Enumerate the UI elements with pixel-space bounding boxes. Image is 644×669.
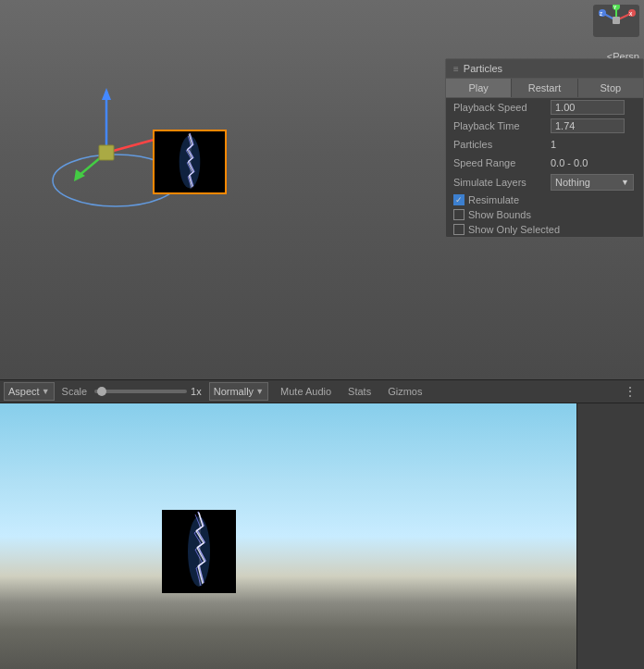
particles-panel-header: ≡ Particles [446,59,643,79]
aspect-dropdown-arrow-icon: ▼ [42,387,50,396]
scene-view: X Y Z <Persp [0,0,644,379]
particles-count-row: Particles 1 [446,135,643,154]
playback-speed-input[interactable] [551,100,625,115]
show-only-selected-checkbox-item[interactable]: Show Only Selected [453,224,560,235]
drag-handle-icon: ≡ [453,64,459,74]
speed-range-label: Speed Range [453,157,551,168]
scale-slider-thumb [97,387,106,396]
simulate-layers-label: Simulate Layers [453,177,551,188]
show-bounds-checkbox[interactable] [453,209,464,220]
svg-text:Z: Z [600,11,602,17]
show-bounds-label: Show Bounds [468,209,531,220]
svg-rect-10 [613,17,620,24]
particles-panel: ≡ Particles Play Restart Stop Playback S… [445,58,644,238]
svg-rect-18 [99,145,114,160]
speed-range-row: Speed Range 0.0 - 0.0 [446,154,643,172]
particles-controls: Play Restart Stop [446,79,643,98]
normally-dropdown-arrow-icon: ▼ [255,387,264,396]
resimulate-checkbox[interactable]: ✓ [453,194,464,205]
particles-panel-title: Particles [464,63,502,74]
gizmos-button[interactable]: Gizmos [383,384,427,399]
normally-label: Normally [214,386,254,397]
more-options-button[interactable]: ⋮ [620,384,640,399]
simulate-layers-dropdown[interactable]: Nothing ▼ [551,174,634,191]
particles-count-value: 1 [551,139,636,150]
playback-speed-label: Playback Speed [453,102,551,113]
speed-range-value: 0.0 - 0.0 [551,157,636,168]
show-only-selected-checkbox[interactable] [453,224,464,235]
scale-slider[interactable] [94,390,187,393]
game-right-panel [576,403,644,669]
svg-marker-13 [102,88,111,100]
stop-button[interactable]: Stop [578,79,643,97]
scale-label: Scale [62,386,88,397]
aspect-label: Aspect [8,386,40,397]
show-bounds-row: Show Bounds [446,207,643,222]
show-only-selected-label: Show Only Selected [468,224,560,235]
simulate-layers-value: Nothing [555,177,590,188]
game-sky-background [0,403,576,669]
game-view [0,403,644,669]
simulate-layers-row: Simulate Layers Nothing ▼ [446,172,643,192]
resimulate-label: Resimulate [468,194,519,205]
show-only-selected-row: Show Only Selected [446,222,643,237]
scale-value: 1x [191,386,202,397]
show-bounds-checkbox-item[interactable]: Show Bounds [453,209,531,220]
restart-button[interactable]: Restart [512,79,577,97]
playback-time-input[interactable] [551,118,625,133]
scale-slider-container: 1x [94,386,202,397]
playback-time-label: Playback Time [453,120,551,131]
normally-dropdown[interactable]: Normally ▼ [209,382,268,401]
resimulate-row: ✓ Resimulate [446,192,643,207]
aspect-dropdown[interactable]: Aspect ▼ [4,382,55,401]
toolbar-bar: ⋮ Aspect ▼ Scale 1x Normally ▼ Mute Audi… [0,379,644,403]
scene-particle-box [153,130,227,194]
playback-speed-row: Playback Speed [446,98,643,117]
play-button[interactable]: Play [446,79,512,97]
game-particle-box [162,510,236,593]
particles-count-label: Particles [453,139,551,150]
mute-audio-button[interactable]: Mute Audio [276,384,336,399]
transform-gizmo[interactable] [56,74,167,185]
stats-button[interactable]: Stats [343,384,376,399]
unity-orientation-gizmo[interactable]: X Y Z [593,5,639,37]
playback-time-row: Playback Time [446,117,643,135]
resimulate-checkbox-item[interactable]: ✓ Resimulate [453,194,519,205]
dropdown-arrow-icon: ▼ [621,178,629,187]
